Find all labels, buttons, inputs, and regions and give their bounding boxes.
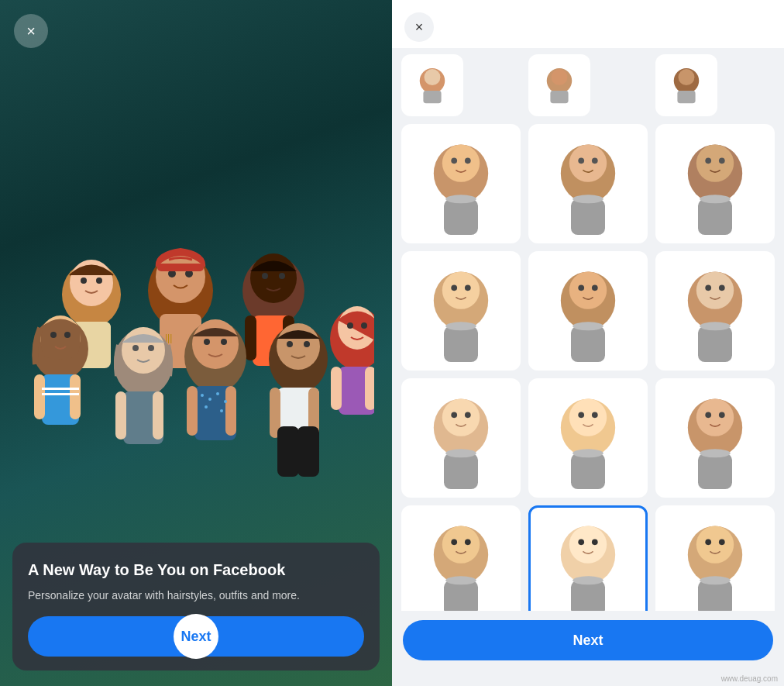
svg-point-49 <box>220 409 223 412</box>
svg-point-112 <box>442 398 480 436</box>
avatar-cell-1[interactable] <box>401 124 521 243</box>
svg-point-113 <box>451 412 457 418</box>
svg-rect-127 <box>698 453 732 489</box>
next-button-right-label: Next <box>573 633 603 649</box>
avatar-cell-11-selected[interactable] <box>528 505 648 611</box>
svg-point-138 <box>592 539 598 545</box>
avatar-cell-4[interactable] <box>401 251 521 371</box>
svg-point-136 <box>569 526 607 563</box>
next-button-left[interactable]: Next <box>28 616 364 657</box>
close-icon-left: × <box>26 23 36 39</box>
svg-point-2 <box>81 278 87 284</box>
svg-rect-139 <box>571 581 605 611</box>
svg-rect-58 <box>297 426 319 477</box>
svg-point-23 <box>50 332 57 338</box>
svg-point-126 <box>719 412 725 418</box>
right-header: × <box>392 0 784 48</box>
svg-point-104 <box>573 322 603 330</box>
svg-point-122 <box>573 449 603 457</box>
svg-rect-133 <box>444 581 478 611</box>
svg-point-70 <box>552 69 568 85</box>
svg-point-88 <box>696 144 734 181</box>
avatar-grid <box>401 54 775 611</box>
svg-point-76 <box>442 144 480 181</box>
svg-point-130 <box>442 526 480 563</box>
svg-rect-26 <box>34 374 45 419</box>
card-description: Personalize your avatar with hairstyles,… <box>28 588 364 604</box>
svg-point-144 <box>719 539 725 545</box>
svg-point-116 <box>445 449 476 457</box>
svg-point-44 <box>201 394 204 397</box>
svg-point-38 <box>192 319 239 369</box>
svg-point-125 <box>705 412 711 418</box>
svg-point-100 <box>569 271 607 309</box>
svg-rect-43 <box>225 386 236 436</box>
svg-point-114 <box>465 412 471 418</box>
svg-point-82 <box>569 144 607 181</box>
next-button-right[interactable]: Next <box>403 620 773 660</box>
svg-point-39 <box>204 339 210 345</box>
svg-rect-74 <box>677 91 695 103</box>
avatar-cell-6[interactable] <box>655 251 775 371</box>
svg-point-101 <box>578 284 584 291</box>
svg-point-102 <box>592 284 598 291</box>
avatar-cell-12[interactable] <box>655 505 775 611</box>
avatar-cell-top-2[interactable] <box>528 54 590 116</box>
svg-rect-121 <box>571 453 605 489</box>
svg-point-24 <box>64 332 70 338</box>
close-button-left[interactable]: × <box>14 14 48 48</box>
avatar-cell-3[interactable] <box>655 124 775 243</box>
avatar-cell-8[interactable] <box>528 378 648 498</box>
svg-rect-42 <box>187 386 198 436</box>
svg-rect-28 <box>42 388 79 390</box>
svg-rect-79 <box>444 199 478 235</box>
svg-point-134 <box>445 576 476 584</box>
svg-point-98 <box>445 322 476 330</box>
close-button-right[interactable]: × <box>404 12 434 42</box>
svg-rect-6 <box>99 322 111 364</box>
svg-point-40 <box>221 339 227 345</box>
avatar-cell-10[interactable] <box>401 505 521 611</box>
svg-point-95 <box>451 284 457 291</box>
svg-point-61 <box>347 322 353 329</box>
left-panel: × <box>0 0 392 686</box>
svg-rect-109 <box>698 326 732 362</box>
svg-rect-115 <box>444 453 478 489</box>
svg-point-146 <box>700 576 731 584</box>
svg-point-118 <box>569 398 607 436</box>
next-button-circle: Next <box>174 614 218 659</box>
svg-point-128 <box>700 449 731 457</box>
svg-point-143 <box>705 539 711 545</box>
svg-rect-19 <box>245 315 256 360</box>
avatar-cell-2[interactable] <box>528 124 648 243</box>
svg-rect-29 <box>42 393 79 395</box>
svg-point-46 <box>216 392 219 395</box>
svg-point-62 <box>361 322 367 329</box>
avatar-cell-7[interactable] <box>401 378 521 498</box>
svg-point-124 <box>696 398 734 436</box>
svg-rect-27 <box>70 374 81 419</box>
svg-point-32 <box>132 345 139 351</box>
avatar-cell-top-3[interactable] <box>655 54 717 116</box>
avatar-cell-5[interactable] <box>528 251 648 371</box>
svg-point-119 <box>578 412 584 418</box>
svg-rect-91 <box>698 199 732 235</box>
svg-point-80 <box>445 195 476 203</box>
svg-point-16 <box>262 273 268 279</box>
avatar-cell-9[interactable] <box>655 378 775 498</box>
svg-point-90 <box>719 157 725 164</box>
watermark: www.deuag.com <box>392 673 784 686</box>
close-icon-right: × <box>415 19 424 36</box>
svg-rect-71 <box>550 91 568 103</box>
svg-point-92 <box>700 195 731 203</box>
svg-point-86 <box>573 195 603 203</box>
svg-point-142 <box>696 526 734 563</box>
svg-rect-57 <box>277 426 299 477</box>
avatar-cell-top-1[interactable] <box>401 54 463 116</box>
svg-rect-65 <box>365 367 374 410</box>
svg-rect-68 <box>423 91 441 103</box>
avatar-group-illustration: ||| <box>0 39 392 531</box>
avatar-grid-container[interactable] <box>392 48 784 611</box>
svg-point-33 <box>148 345 154 351</box>
svg-rect-145 <box>698 581 732 611</box>
